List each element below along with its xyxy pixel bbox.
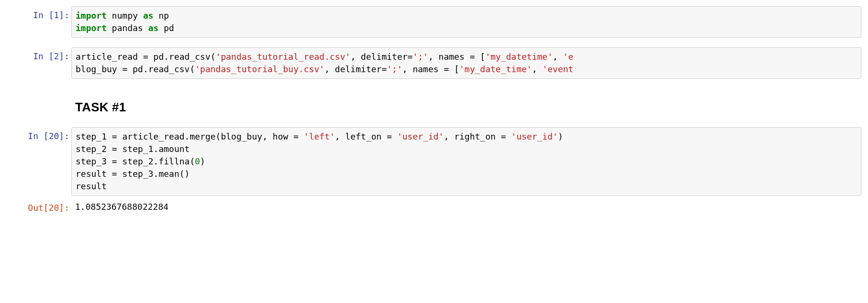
code-content-1: import numpy as np import pandas as pd (76, 10, 857, 34)
number-literal: 0 (195, 156, 200, 166)
code-text: result (76, 181, 107, 191)
alias-name: np (154, 11, 169, 21)
alias-name: pd (158, 23, 174, 33)
code-input-area-3[interactable]: step_1 = article_read.merge(blog_buy, ho… (71, 127, 861, 196)
output-cell-3: Out[20]: 1.0852367688022284 (0, 197, 868, 216)
code-text: ) (558, 131, 563, 141)
code-content-3: step_1 = article_read.merge(blog_buy, ho… (76, 130, 857, 193)
string-literal: 'user_id' (511, 131, 558, 141)
code-text: , right_on = (444, 131, 511, 141)
string-literal: 'user_id' (397, 131, 444, 141)
code-input-area-2[interactable]: article_read = pd.read_csv('pandas_tutor… (71, 47, 861, 79)
task-heading: TASK #1 (75, 100, 857, 115)
output-text-3: 1.0852367688022284 (75, 201, 857, 213)
code-cell-1: In [1]: import numpy as np import pandas… (0, 5, 868, 39)
code-text: , (532, 64, 543, 74)
code-text: ) (200, 156, 205, 166)
string-literal: 'pandas_tutorial_buy.csv' (195, 64, 324, 74)
keyword-as: as (148, 23, 159, 33)
string-literal: 'e (563, 52, 574, 62)
in-prompt-1: In [1]: (0, 6, 71, 22)
keyword-as: as (143, 11, 154, 21)
in-prompt-2: In [2]: (0, 47, 71, 63)
code-text: step_2 = step_1.amount (76, 144, 189, 154)
string-literal: ';' (387, 64, 402, 74)
code-content-2: article_read = pd.read_csv('pandas_tutor… (76, 51, 857, 76)
code-text: , names = [ (402, 64, 459, 74)
notebook: In [1]: import numpy as np import pandas… (0, 0, 868, 226)
code-text: , left_on = (335, 131, 397, 141)
in-prompt-3: In [20]: (0, 127, 71, 142)
code-cell-2: In [2]: article_read = pd.read_csv('pand… (0, 46, 868, 80)
string-literal: ';' (412, 52, 428, 62)
string-literal: 'my_datetime' (485, 52, 553, 62)
code-text: , (553, 52, 563, 62)
spacer (0, 119, 868, 126)
code-text: article_read = pd.read_csv( (76, 52, 216, 62)
markdown-area[interactable]: TASK #1 (71, 95, 861, 118)
keyword-import: import (76, 11, 107, 21)
string-literal: 'event (542, 64, 573, 74)
markdown-empty-prompt (0, 95, 71, 98)
string-literal: 'my_date_time' (459, 64, 532, 74)
spacer (0, 39, 868, 46)
code-text: blog_buy = pd.read_csv( (76, 64, 195, 74)
code-text: step_3 = step_2.fillna( (76, 156, 195, 166)
out-prompt-3: Out[20]: (0, 199, 71, 214)
string-literal: 'left' (304, 131, 335, 141)
spacer (0, 87, 868, 94)
code-text: , names = [ (428, 52, 485, 62)
module-name: numpy (107, 11, 143, 21)
keyword-import: import (76, 23, 107, 33)
code-text: , delimiter= (324, 64, 387, 74)
string-literal: 'pandas_tutorial_read.csv' (216, 52, 351, 62)
code-text: , delimiter= (350, 52, 412, 62)
code-text: step_1 = article_read.merge(blog_buy, ho… (76, 131, 304, 141)
module-name: pandas (107, 23, 148, 33)
markdown-cell-1: TASK #1 (0, 94, 868, 119)
code-input-area-1[interactable]: import numpy as np import pandas as pd (71, 6, 861, 38)
output-area-3: 1.0852367688022284 (71, 199, 861, 215)
code-text: result = step_3.mean() (76, 169, 189, 179)
code-cell-3: In [20]: step_1 = article_read.merge(blo… (0, 126, 868, 197)
spacer (0, 80, 868, 87)
